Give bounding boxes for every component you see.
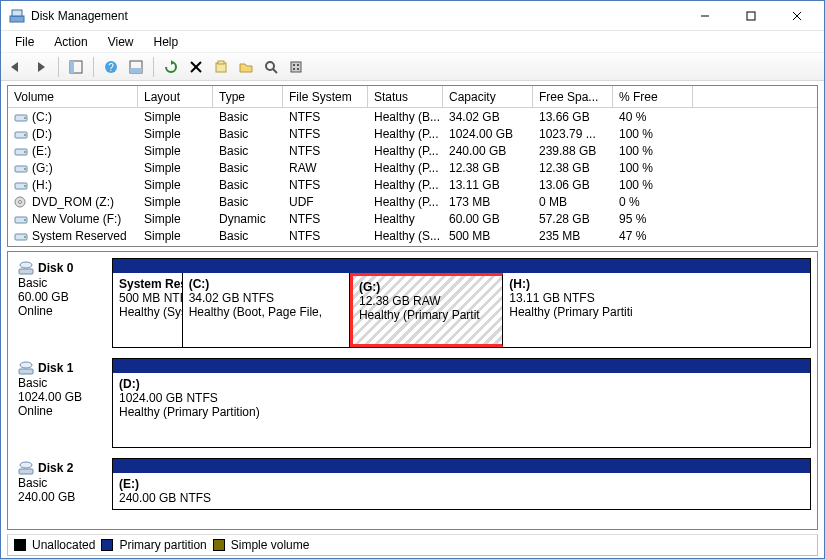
disk-strip: System Rese500 MB NTFSHealthy (Syste(C:)… (112, 258, 811, 348)
disk-map: Disk 0Basic60.00 GBOnlineSystem Rese500 … (7, 251, 818, 530)
rescan-button[interactable] (260, 56, 282, 78)
table-row[interactable]: (E:)SimpleBasicNTFSHealthy (P...240.00 G… (8, 142, 817, 159)
svg-point-40 (20, 262, 32, 268)
disk-size: 240.00 GB (18, 490, 108, 504)
volume-free: 13.06 GB (533, 178, 613, 192)
app-icon (9, 8, 25, 24)
volume-layout: Simple (138, 212, 213, 226)
content: Volume Layout Type File System Status Ca… (1, 81, 824, 558)
column-headers: Volume Layout Type File System Status Ca… (8, 86, 817, 108)
partition-status: Healthy (Boot, Page File, (189, 305, 343, 319)
menu-action[interactable]: Action (44, 33, 97, 51)
svg-rect-39 (19, 269, 33, 274)
volume-pctfree: 47 % (613, 229, 693, 243)
volume-fs: NTFS (283, 178, 368, 192)
partition-name: (G:) (359, 280, 496, 294)
partition[interactable]: (C:)34.02 GB NTFSHealthy (Boot, Page Fil… (183, 273, 350, 347)
table-row[interactable]: System ReservedSimpleBasicNTFSHealthy (S… (8, 227, 817, 244)
settings-button[interactable] (285, 56, 307, 78)
menubar: File Action View Help (1, 31, 824, 53)
col-layout[interactable]: Layout (138, 86, 213, 107)
strip-parts: (D:)1024.00 GB NTFSHealthy (Primary Part… (113, 373, 810, 447)
disk-name: Disk 0 (38, 261, 73, 275)
volume-capacity: 34.02 GB (443, 110, 533, 124)
svg-rect-20 (297, 64, 299, 66)
table-row[interactable]: (D:)SimpleBasicNTFSHealthy (P...1024.00 … (8, 125, 817, 142)
col-volume[interactable]: Volume (8, 86, 138, 107)
partition[interactable]: (G:)12.38 GB RAWHealthy (Primary Partit (353, 276, 502, 344)
volume-fs: NTFS (283, 127, 368, 141)
properties-button[interactable] (210, 56, 232, 78)
partition[interactable]: (E:)240.00 GB NTFS (113, 473, 810, 509)
partition[interactable]: (H:)13.11 GB NTFSHealthy (Primary Partit… (503, 273, 670, 347)
svg-rect-21 (293, 68, 295, 70)
back-button[interactable] (5, 56, 27, 78)
volume-status: Healthy (P... (368, 178, 443, 192)
forward-button[interactable] (30, 56, 52, 78)
col-type[interactable]: Type (213, 86, 283, 107)
volume-name: (D:) (32, 127, 52, 141)
window-controls (682, 2, 820, 30)
partition[interactable]: (D:)1024.00 GB NTFSHealthy (Primary Part… (113, 373, 810, 447)
col-capacity[interactable]: Capacity (443, 86, 533, 107)
volume-type: Basic (213, 144, 283, 158)
svg-line-17 (273, 69, 277, 73)
disk-row: Disk 2Basic240.00 GB(E:)240.00 GB NTFS (14, 458, 811, 510)
col-pctfree[interactable]: % Free (613, 86, 693, 107)
volume-capacity: 240.00 GB (443, 144, 533, 158)
swatch-simplevol (213, 539, 225, 551)
open-button[interactable] (235, 56, 257, 78)
volume-status: Healthy (B... (368, 110, 443, 124)
volume-layout: Simple (138, 127, 213, 141)
table-row[interactable]: (C:)SimpleBasicNTFSHealthy (B...34.02 GB… (8, 108, 817, 125)
col-freespace[interactable]: Free Spa... (533, 86, 613, 107)
partition[interactable]: System Rese500 MB NTFSHealthy (Syste (113, 273, 183, 347)
menu-help[interactable]: Help (144, 33, 189, 51)
disk-map-scroll[interactable]: Disk 0Basic60.00 GBOnlineSystem Rese500 … (8, 252, 817, 529)
drive-icon (14, 162, 28, 174)
volume-pctfree: 100 % (613, 127, 693, 141)
col-status[interactable]: Status (368, 86, 443, 107)
swatch-primary (101, 539, 113, 551)
svg-rect-7 (70, 61, 74, 73)
strip-header (113, 359, 810, 373)
volume-status: Healthy (P... (368, 127, 443, 141)
col-filesystem[interactable]: File System (283, 86, 368, 107)
svg-point-36 (24, 219, 26, 221)
help-button[interactable]: ? (100, 56, 122, 78)
legend-simplevol: Simple volume (231, 538, 310, 552)
partition-status: Healthy (Syste (119, 305, 176, 319)
volume-pctfree: 0 % (613, 195, 693, 209)
table-row[interactable]: DVD_ROM (Z:)SimpleBasicUDFHealthy (P...1… (8, 193, 817, 210)
minimize-button[interactable] (682, 2, 728, 30)
strip-header (113, 459, 810, 473)
volume-free: 0 MB (533, 195, 613, 209)
disk-info: Disk 0Basic60.00 GBOnline (14, 258, 112, 348)
disk-size: 1024.00 GB (18, 390, 108, 404)
svg-rect-18 (291, 62, 301, 72)
partition-name: (E:) (119, 477, 804, 491)
partition-status: Healthy (Primary Partit (359, 308, 496, 322)
table-row[interactable]: New Volume (F:)SimpleDynamicNTFSHealthy6… (8, 210, 817, 227)
disk-icon (18, 460, 34, 476)
disk-row: Disk 1Basic1024.00 GBOnline(D:)1024.00 G… (14, 358, 811, 448)
maximize-button[interactable] (728, 2, 774, 30)
titlebar: Disk Management (1, 1, 824, 31)
show-hide-bottom-button[interactable] (125, 56, 147, 78)
volume-fs: NTFS (283, 144, 368, 158)
close-button[interactable] (774, 2, 820, 30)
show-hide-tree-button[interactable] (65, 56, 87, 78)
menu-file[interactable]: File (5, 33, 44, 51)
disk-type: Basic (18, 376, 108, 390)
svg-rect-22 (297, 68, 299, 70)
volume-list-body[interactable]: (C:)SimpleBasicNTFSHealthy (B...34.02 GB… (8, 108, 817, 246)
drive-icon (14, 128, 28, 140)
delete-button[interactable] (185, 56, 207, 78)
table-row[interactable]: (G:)SimpleBasicRAWHealthy (P...12.38 GB1… (8, 159, 817, 176)
refresh-button[interactable] (160, 56, 182, 78)
volume-name: System Reserved (32, 229, 127, 243)
disk-name: Disk 1 (38, 361, 73, 375)
menu-view[interactable]: View (98, 33, 144, 51)
table-row[interactable]: (H:)SimpleBasicNTFSHealthy (P...13.11 GB… (8, 176, 817, 193)
svg-point-30 (24, 168, 26, 170)
